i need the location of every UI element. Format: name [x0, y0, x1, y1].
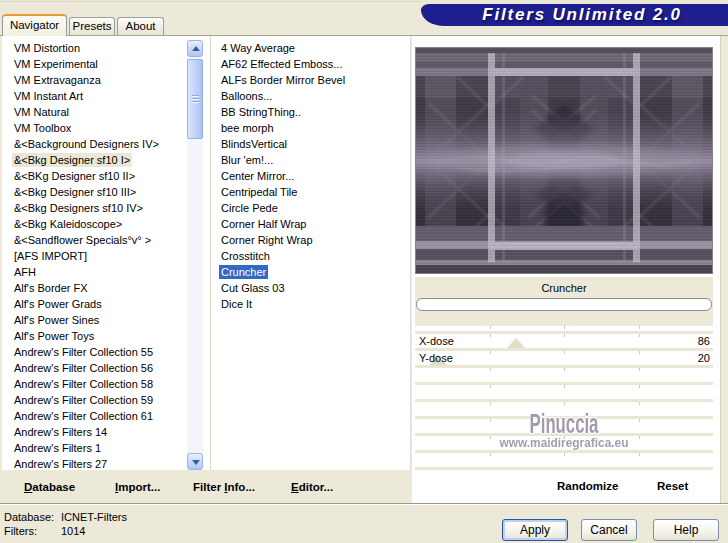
grid-tick — [490, 402, 491, 405]
filter-item[interactable]: Center Mirror... — [212, 169, 410, 185]
app-title: Filters Unlimited 2.0 — [421, 4, 728, 26]
slider-thumb[interactable] — [507, 338, 525, 348]
tab-page-border — [0, 35, 728, 36]
database-status-label: Database: — [4, 511, 54, 523]
filter-item[interactable]: bee morph — [212, 121, 410, 137]
category-item[interactable]: Alf's Border FX — [2, 281, 185, 297]
help-button[interactable]: Help — [653, 519, 719, 541]
filter-item[interactable]: 4 Way Average — [212, 41, 410, 57]
database-button[interactable]: Database — [24, 481, 75, 493]
grid-tick — [490, 368, 491, 371]
filters-status-value: 1014 — [61, 525, 85, 537]
category-item[interactable]: VM Toolbox — [2, 121, 185, 137]
parameter-row[interactable]: X-dose86 — [415, 334, 713, 348]
filter-list[interactable]: 4 Way AverageAF62 Effected Emboss...ALFs… — [212, 41, 410, 313]
parameter-value: 86 — [698, 334, 710, 348]
parameter-row-empty — [415, 326, 713, 331]
category-item[interactable]: VM Extravaganza — [2, 73, 185, 89]
category-item[interactable]: [AFS IMPORT] — [2, 249, 185, 265]
grid-tick — [639, 351, 640, 354]
window-top-edge — [0, 1, 421, 2]
category-item[interactable]: Andrew's Filters 14 — [2, 425, 185, 441]
grid-tick — [639, 453, 640, 456]
filter-item[interactable]: Cut Glass 03 — [212, 281, 410, 297]
grid-tick — [490, 326, 491, 329]
filter-list-edge — [410, 36, 411, 470]
grid-tick — [639, 334, 640, 337]
category-item[interactable]: &<Bkg Designers sf10 IV> — [2, 201, 185, 217]
grid-tick — [564, 368, 565, 371]
category-item[interactable]: Alf's Power Sines — [2, 313, 185, 329]
category-item[interactable]: &<BKg Designer sf10 II> — [2, 169, 185, 185]
category-item[interactable]: Andrew's Filter Collection 58 — [2, 377, 185, 393]
list-divider — [210, 36, 211, 470]
filter-info-button[interactable]: Filter Info... — [193, 481, 255, 493]
tab-presets[interactable]: Presets — [69, 17, 115, 35]
category-item[interactable]: &<Sandflower Specials°v° > — [2, 233, 185, 249]
arrow-up-icon — [192, 46, 200, 51]
apply-button[interactable]: Apply — [502, 519, 568, 541]
category-item[interactable]: &<Bkg Designer sf10 I> — [2, 153, 185, 169]
category-item[interactable]: Andrew's Filter Collection 59 — [2, 393, 185, 409]
grid-tick — [564, 385, 565, 388]
category-scrollbar[interactable] — [187, 40, 203, 470]
import-button[interactable]: Import... — [115, 481, 160, 493]
filter-item[interactable]: Blur 'em!... — [212, 153, 410, 169]
tab-navigator[interactable]: Navigator — [2, 14, 67, 36]
parameter-row-empty — [415, 385, 713, 399]
category-item[interactable]: &<Background Designers IV> — [2, 137, 185, 153]
category-item[interactable]: VM Experimental — [2, 57, 185, 73]
grid-tick — [490, 453, 491, 456]
parameter-row-empty — [415, 453, 713, 467]
filter-item[interactable]: Circle Pede — [212, 201, 410, 217]
tab-about[interactable]: About — [117, 17, 164, 35]
category-item[interactable]: VM Natural — [2, 105, 185, 121]
parameter-label: Y-dose — [415, 352, 453, 364]
parameter-row-empty — [415, 368, 713, 382]
randomize-button[interactable]: Randomize — [557, 480, 618, 492]
progress-bar — [416, 298, 712, 311]
filter-item[interactable]: AF62 Effected Emboss... — [212, 57, 410, 73]
cancel-button[interactable]: Cancel — [581, 519, 637, 541]
category-item[interactable]: Alf's Power Grads — [2, 297, 185, 313]
category-item[interactable]: VM Distortion — [2, 41, 185, 57]
category-item[interactable]: &<Bkg Kaleidoscope> — [2, 217, 185, 233]
parameter-row[interactable]: Y-dose20 — [415, 351, 713, 365]
category-item[interactable]: Andrew's Filter Collection 56 — [2, 361, 185, 377]
filter-item[interactable]: Dice It — [212, 297, 410, 313]
category-item[interactable]: Andrew's Filter Collection 61 — [2, 409, 185, 425]
selected-filter-caption: Cruncher — [415, 277, 713, 294]
grid-tick — [564, 326, 565, 329]
grid-tick — [564, 453, 565, 456]
filter-item[interactable]: BB StringThing.. — [212, 105, 410, 121]
arrow-down-icon — [192, 460, 200, 465]
category-item[interactable]: VM Instant Art — [2, 89, 185, 105]
grid-tick — [490, 351, 491, 354]
reset-button[interactable]: Reset — [657, 480, 688, 492]
category-item[interactable]: Andrew's Filters 1 — [2, 441, 185, 457]
scroll-up-button[interactable] — [187, 40, 203, 57]
filter-preview-image — [416, 48, 712, 273]
filter-item[interactable]: ALFs Border Mirror Bevel — [212, 73, 410, 89]
filter-item[interactable]: Balloons... — [212, 89, 410, 105]
filter-item[interactable]: Centripedal Tile — [212, 185, 410, 201]
category-item[interactable]: Alf's Power Toys — [2, 329, 185, 345]
grid-tick — [564, 351, 565, 354]
grid-tick — [639, 402, 640, 405]
scrollbar-thumb[interactable] — [187, 59, 203, 139]
editor-button[interactable]: Editor... — [291, 481, 333, 493]
category-list[interactable]: VM DistortionVM ExperimentalVM Extravaga… — [2, 41, 185, 473]
category-item[interactable]: &<Bkg Designer sf10 III> — [2, 185, 185, 201]
watermark-url: www.maidiregrafica.eu — [422, 436, 705, 450]
database-status-value: ICNET-Filters — [61, 511, 127, 523]
filter-item[interactable]: Corner Right Wrap — [212, 233, 410, 249]
filter-item[interactable]: Crosstitch — [212, 249, 410, 265]
filter-item[interactable]: BlindsVertical — [212, 137, 410, 153]
grid-tick — [639, 326, 640, 329]
category-item[interactable]: Andrew's Filter Collection 55 — [2, 345, 185, 361]
filter-item[interactable]: Cruncher — [212, 265, 410, 281]
scroll-down-button[interactable] — [187, 453, 203, 470]
filter-item[interactable]: Corner Half Wrap — [212, 217, 410, 233]
category-item[interactable]: AFH — [2, 265, 185, 281]
category-item[interactable]: Andrew's Filters 27 — [2, 457, 185, 473]
